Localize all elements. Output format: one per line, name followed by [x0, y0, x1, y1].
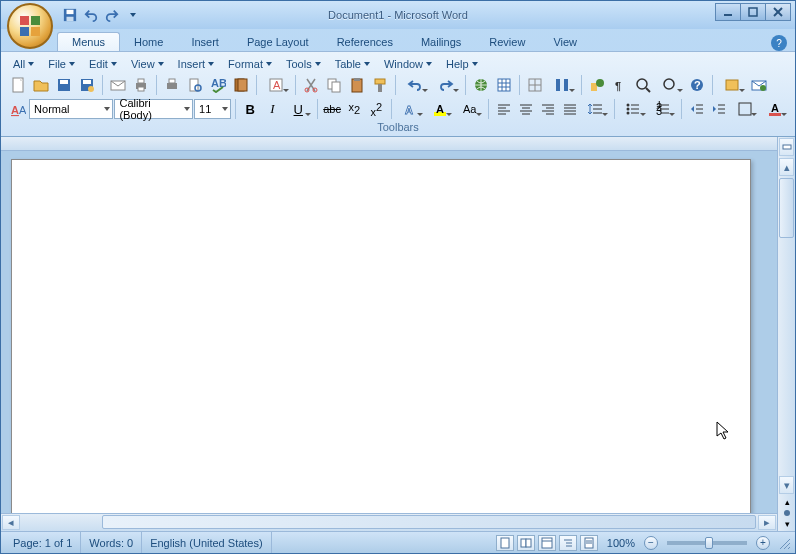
status-page[interactable]: Page: 1 of 1 [5, 532, 81, 553]
browse-object[interactable]: ▴ ▾ [778, 495, 795, 531]
format-painter-button[interactable] [369, 74, 391, 96]
underline-button[interactable]: U [284, 98, 313, 120]
new-button[interactable] [7, 74, 29, 96]
save-as-button[interactable] [76, 74, 98, 96]
scroll-up-button[interactable]: ▴ [779, 158, 794, 176]
status-language[interactable]: English (United States) [142, 532, 272, 553]
web-layout-view-button[interactable] [538, 535, 556, 551]
drawing-button[interactable] [586, 74, 608, 96]
zoom-label[interactable]: 100% [607, 537, 635, 549]
open-button[interactable] [30, 74, 52, 96]
tab-mailings[interactable]: Mailings [407, 33, 475, 51]
tab-page-layout[interactable]: Page Layout [233, 33, 323, 51]
align-center-button[interactable] [515, 98, 536, 120]
tab-menus[interactable]: Menus [57, 32, 120, 51]
menu-window[interactable]: Window [378, 56, 438, 72]
preview-button[interactable] [184, 74, 206, 96]
bold-button[interactable]: B [240, 98, 261, 120]
cut-button[interactable] [300, 74, 322, 96]
resize-grip[interactable] [777, 536, 791, 550]
change-case-button[interactable]: Aa [455, 98, 484, 120]
style-combo[interactable]: Normal [29, 99, 113, 119]
tab-references[interactable]: References [323, 33, 407, 51]
scroll-thumb[interactable] [779, 178, 794, 238]
scroll-down-button[interactable]: ▾ [779, 476, 794, 494]
tab-review[interactable]: Review [475, 33, 539, 51]
paste-button[interactable] [346, 74, 368, 96]
research-button[interactable] [230, 74, 252, 96]
numbering-button[interactable]: 123 [649, 98, 678, 120]
draft-view-button[interactable] [580, 535, 598, 551]
quick-print-button[interactable] [130, 74, 152, 96]
menu-table[interactable]: Table [329, 56, 376, 72]
italic-button[interactable]: I [262, 98, 283, 120]
insert-table-button[interactable] [493, 74, 515, 96]
subscript-button[interactable]: x2 [344, 98, 365, 120]
redo-button[interactable] [431, 74, 461, 96]
print-layout-view-button[interactable] [496, 535, 514, 551]
increase-indent-button[interactable] [709, 98, 730, 120]
zoom-slider[interactable] [667, 541, 747, 545]
document-viewport[interactable] [1, 151, 777, 513]
font-color-button[interactable]: A [760, 98, 789, 120]
highlight-button[interactable]: A [426, 98, 455, 120]
qat-customize-button[interactable] [124, 6, 142, 24]
font-combo[interactable]: Calibri (Body) [114, 99, 193, 119]
zoom-out-button[interactable]: − [644, 536, 658, 550]
maximize-button[interactable] [740, 3, 766, 21]
menu-help[interactable]: Help [440, 56, 484, 72]
columns-button[interactable] [547, 74, 577, 96]
outline-view-button[interactable] [559, 535, 577, 551]
copy-button[interactable] [323, 74, 345, 96]
border-button[interactable] [731, 98, 760, 120]
status-words[interactable]: Words: 0 [81, 532, 142, 553]
zoom-level-button[interactable] [655, 74, 685, 96]
zoom-in-button[interactable]: + [756, 536, 770, 550]
font-size-combo[interactable]: 11 [194, 99, 231, 119]
menu-all[interactable]: All [7, 56, 40, 72]
document-page[interactable] [11, 159, 751, 513]
reading-layout-button[interactable] [717, 74, 747, 96]
undo-button[interactable] [400, 74, 430, 96]
close-button[interactable] [765, 3, 791, 21]
menu-edit[interactable]: Edit [83, 56, 123, 72]
spelling-button[interactable]: ABC [207, 74, 229, 96]
envelope-button[interactable] [748, 74, 770, 96]
strikethrough-button[interactable]: abc [322, 98, 343, 120]
menu-view[interactable]: View [125, 56, 170, 72]
define-button[interactable]: A [261, 74, 291, 96]
help-button[interactable]: ? [771, 35, 787, 51]
ruler-toggle-button[interactable] [779, 138, 794, 156]
save-button[interactable] [53, 74, 75, 96]
align-right-button[interactable] [537, 98, 558, 120]
qat-redo-button[interactable] [103, 6, 121, 24]
menu-format[interactable]: Format [222, 56, 278, 72]
menu-insert[interactable]: Insert [172, 56, 221, 72]
toggle-grid-button[interactable] [524, 74, 546, 96]
menu-tools[interactable]: Tools [280, 56, 327, 72]
superscript-button[interactable]: x2 [366, 98, 387, 120]
office-button[interactable] [7, 3, 53, 49]
help-icon-button[interactable]: ? [686, 74, 708, 96]
horizontal-ruler[interactable] [1, 137, 777, 151]
text-effects-button[interactable]: A [396, 98, 425, 120]
tab-view[interactable]: View [539, 33, 591, 51]
zoom-button[interactable] [632, 74, 654, 96]
tab-home[interactable]: Home [120, 33, 177, 51]
vertical-scrollbar[interactable]: ▴ ▾ ▴ ▾ [777, 137, 795, 531]
styles-icon[interactable]: AA [7, 98, 28, 120]
print-button[interactable] [161, 74, 183, 96]
qat-save-button[interactable] [61, 6, 79, 24]
mail-button[interactable] [107, 74, 129, 96]
minimize-button[interactable] [715, 3, 741, 21]
line-spacing-button[interactable] [581, 98, 610, 120]
horizontal-scrollbar[interactable]: ◂ ▸ [1, 513, 777, 531]
decrease-indent-button[interactable] [686, 98, 707, 120]
menu-file[interactable]: File [42, 56, 81, 72]
qat-undo-button[interactable] [82, 6, 100, 24]
align-left-button[interactable] [493, 98, 514, 120]
hyperlink-button[interactable] [470, 74, 492, 96]
full-screen-view-button[interactable] [517, 535, 535, 551]
tab-insert[interactable]: Insert [177, 33, 233, 51]
bullets-button[interactable] [619, 98, 648, 120]
